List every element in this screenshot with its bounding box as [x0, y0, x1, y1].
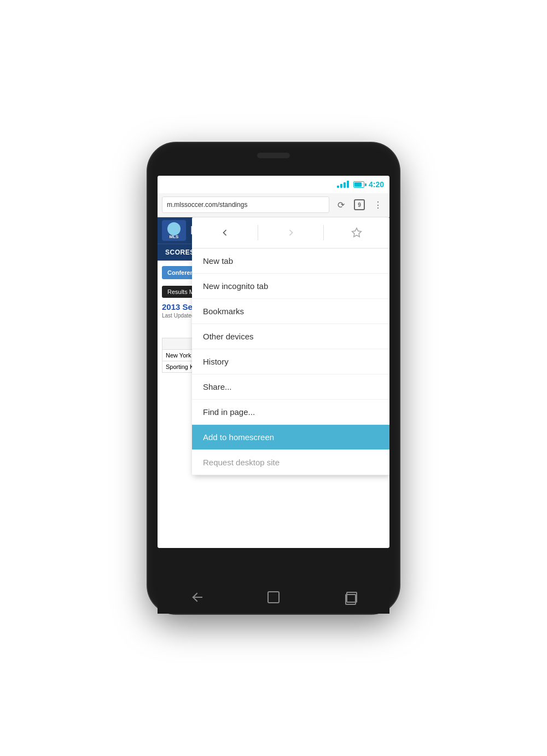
status-bar: 4:20 — [158, 176, 389, 193]
url-text: m.mlssoccer.com/standings — [167, 201, 247, 209]
menu-item-incognito[interactable]: New incognito tab — [192, 274, 389, 299]
menu-item-bookmarks[interactable]: Bookmarks — [192, 299, 389, 324]
phone-screen: 4:20 m.mlssoccer.com/standings ⟳ 9 ⋮ MLS… — [158, 176, 389, 548]
menu-item-other-devices[interactable]: Other devices — [192, 324, 389, 349]
back-button[interactable] — [192, 223, 258, 243]
menu-item-history[interactable]: History — [192, 349, 389, 374]
bookmark-button[interactable] — [324, 223, 389, 243]
menu-item-add-to-homescreen[interactable]: Add to homescreen — [192, 425, 389, 450]
menu-item-request-desktop[interactable]: Request desktop site — [192, 450, 389, 475]
home-hw-button[interactable] — [264, 587, 283, 607]
phone-bottom-nav — [158, 581, 389, 614]
mls-logo-text: MLS — [170, 234, 179, 239]
forward-button[interactable] — [258, 223, 324, 243]
svg-marker-0 — [352, 228, 362, 236]
back-hw-button[interactable] — [187, 587, 206, 607]
signal-icon — [337, 181, 349, 188]
status-time: 4:20 — [369, 180, 384, 189]
menu-icon[interactable]: ⋮ — [371, 198, 385, 212]
dropdown-menu: New tab New incognito tab Bookmarks Othe… — [192, 217, 389, 475]
menu-item-new-tab[interactable]: New tab — [192, 249, 389, 274]
battery-icon — [353, 181, 364, 188]
reload-icon[interactable]: ⟳ — [334, 198, 348, 212]
phone-device: 4:20 m.mlssoccer.com/standings ⟳ 9 ⋮ MLS… — [148, 143, 399, 614]
menu-item-share[interactable]: Share... — [192, 374, 389, 400]
tabs-count: 9 — [354, 199, 365, 210]
recents-hw-button[interactable] — [341, 587, 360, 607]
status-icons: 4:20 — [337, 180, 384, 189]
menu-item-find-in-page[interactable]: Find in page... — [192, 400, 389, 425]
mls-logo: MLS — [162, 220, 186, 241]
address-bar: m.mlssoccer.com/standings ⟳ 9 ⋮ — [158, 193, 389, 217]
website-content: MLS M SCORES N Conference Sta... Results… — [158, 217, 389, 548]
menu-nav-row — [192, 217, 389, 249]
url-field[interactable]: m.mlssoccer.com/standings — [162, 197, 329, 213]
tabs-button[interactable]: 9 — [352, 198, 366, 212]
